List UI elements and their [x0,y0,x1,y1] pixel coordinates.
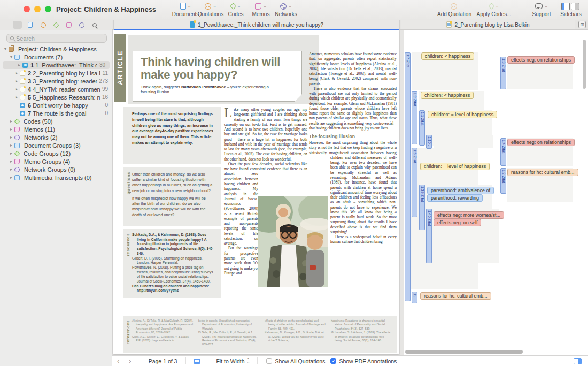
code-label[interactable]: effects neg: more worries/st... [434,211,504,219]
code-label[interactable]: children: = level of happiness [428,111,497,118]
code-label[interactable]: children: < happiness [421,92,474,99]
document-tabbar: 1_Powdthavee:_Think children will make y… [112,20,588,30]
quotation-bar[interactable]: 1:10.. [426,135,432,149]
code-label[interactable]: children: < happiness [421,52,474,60]
tree-row[interactable]: ▾ Documents (7) [0,53,112,61]
toolbar-button-label: Support [527,11,556,17]
quotation-bar[interactable]: 1:8 Zitat [500,57,506,89]
code-label[interactable]: children: = level of happiness [420,163,490,170]
disclosure-chevron[interactable]: ▸ [13,87,20,92]
toolbar-button[interactable]: ⌄ Support [527,2,556,17]
toolbar-button-icon [488,3,495,10]
maximize-window-button[interactable] [45,6,51,12]
disclosure-chevron[interactable]: ▸ [8,143,14,148]
tree-row[interactable]: ▸ Multimedia Transcripts (0) [0,173,112,181]
code-label[interactable]: effects neg: on self [434,219,481,226]
tree-item-label: Memos (11) [24,126,106,133]
tree-row[interactable]: ▸ Code Groups (12) [0,149,112,157]
questions-label: questions [126,172,131,194]
tree-row[interactable]: ▸ Network Groups (0) [0,165,112,173]
project-tree: ▾ Project: Children & Happiness ▾ Docume… [0,45,112,181]
toolbar-button[interactable]: Add Quotation [436,2,473,17]
project-explorer-sidebar: Search ▾ Project: Children & Happiness ▾… [0,30,112,366]
sidebar-toolbar-icon[interactable] [38,21,48,29]
show-pdf-annotations-checkbox[interactable] [330,358,336,364]
toolbar-button[interactable]: Sidebars [557,2,585,17]
tree-row[interactable]: ▸ 2 2_Parenting blog by Lisa Belkin 11 [0,69,112,77]
search-input[interactable]: Search [6,34,107,43]
margin-annotation-panel[interactable]: 1:7 Zitat1:8 Zitat1:9 Zitat1:1 Zitat1:10… [404,30,588,355]
disclosure-chevron[interactable]: ▸ [13,79,20,83]
toolbar-button[interactable]: ⌄ Networks [269,2,303,17]
panel-divider[interactable] [400,30,404,355]
disclosure-chevron[interactable]: ▸ [13,95,20,100]
disclosure-chevron[interactable]: ▾ [8,55,14,59]
code-label[interactable]: parenthood: rewarding [427,194,483,202]
tree-row[interactable]: ▸ 5 5_Happiness Research: main find... 1… [0,93,112,101]
quotation-bar[interactable]: 1:39 Zitat [419,185,425,230]
vertical-scrollbar-thumb[interactable] [583,40,586,89]
split-editor-button[interactable]: ⊞ [578,21,586,28]
tree-row[interactable]: ▸ Codes (50) [0,117,112,125]
pdf-page[interactable]: ARTICLE Think having children will make … [113,30,399,354]
quotation-bar[interactable]: 1:4 Zitat [500,138,506,166]
sidebar-toolbar-icon[interactable] [64,21,73,29]
disclosure-chevron[interactable]: ▾ [2,47,9,51]
minimize-window-button[interactable] [34,6,41,12]
disclosure-chevron[interactable]: ▸ [13,71,20,75]
tree-row[interactable]: ▾ Project: Children & Happiness [0,45,112,53]
sidebar-toolbar-icon[interactable] [90,21,99,29]
tree-row[interactable]: ▸ 3 3_Parenting blog: reader comm... 273 [0,77,112,85]
disclosure-chevron[interactable]: ▸ [8,159,14,164]
previous-page-button[interactable]: ‹ [112,356,124,366]
quotation-bar[interactable]: 1:5 Zitat [412,148,417,217]
page-thumbnails-icon[interactable] [194,359,200,364]
disclosure-chevron[interactable]: ▸ [8,175,14,180]
tree-row[interactable]: ▸ Networks (2) [0,133,112,141]
close-window-button[interactable] [24,6,30,12]
quotation-bar[interactable]: 1:1 Zitat [419,110,425,146]
tree-row[interactable]: ▸ Document Groups (3) [0,141,112,149]
toggle-margin-panel-icon[interactable] [574,358,582,364]
document-tab[interactable]: 1_Powdthavee:_Think children will make y… [113,20,400,29]
code-label[interactable]: reasons for hc: cultural emb... [420,292,491,300]
icon-glyph [14,22,20,28]
disclosure-chevron[interactable]: ▸ [8,135,14,140]
show-all-quotations-checkbox[interactable] [266,358,272,364]
code-label[interactable]: parenthood: ambivalence of [427,187,494,194]
disclosure-chevron[interactable]: ▸ [8,167,14,172]
next-page-button[interactable]: › [124,356,136,366]
questions-box: questions Other than children and money,… [123,167,221,226]
quotation-bar[interactable]: 1:9 Zitat [412,91,417,144]
zoom-mode-select[interactable]: Fit to Width ⌃⌄ [212,358,254,364]
quotation-bar[interactable]: 1:2 Zitat [500,168,506,194]
disclosure-chevron[interactable]: ▸ [8,127,14,132]
tree-row[interactable]: 7 The route is the goal 0 [0,109,112,117]
code-label[interactable]: reasons for hc: cultural emb... [507,169,578,176]
document-tab[interactable]: 2_Parenting blog by Lisa Belkin [401,20,575,29]
disclosure-chevron[interactable]: ▸ [16,63,22,67]
sidebar-toolbar-icon[interactable] [77,21,86,29]
tree-item-label: The route is the goal [33,110,103,117]
document-number: 5 [28,94,31,101]
quotation-count: 11 [103,70,108,76]
tree-row[interactable]: 6 Don't worry be happy 0 [0,101,112,109]
quotation-bar[interactable]: 1:.. [412,292,417,303]
code-label[interactable]: effects neg: on relationships [507,56,575,64]
toolbar-button-icon [280,3,287,10]
tree-row[interactable]: ▸ 1 1_Powdthavee:_Think children wil... … [3,61,110,69]
pdf-viewer[interactable]: ARTICLE Think having children will make … [112,30,400,355]
quotation-bar[interactable]: 1:7 Zitat [405,52,411,301]
disclosure-chevron[interactable]: ▸ [8,119,14,124]
toolbar-button[interactable]: ⌄ Apply Codes... [473,2,515,17]
quotation-bar[interactable]: 1:40 Zitat [426,209,432,263]
code-label[interactable]: effects neg: on relationships [507,139,575,146]
disclosure-chevron[interactable]: ▸ [8,151,14,156]
tree-row[interactable]: ▸ Memos (11) [0,125,112,133]
sidebar-toolbar-icon[interactable] [26,21,35,29]
sidebar-toolbar-icon[interactable] [51,21,60,29]
tree-row[interactable]: ▸ Memo Groups (4) [0,157,112,165]
tree-row[interactable]: ▸ 4 4_NYTM: reader comments on ar... 99 [0,85,112,93]
horizontal-scrollbar-thumb[interactable] [405,350,523,354]
sidebar-toolbar-icon[interactable] [13,21,22,29]
